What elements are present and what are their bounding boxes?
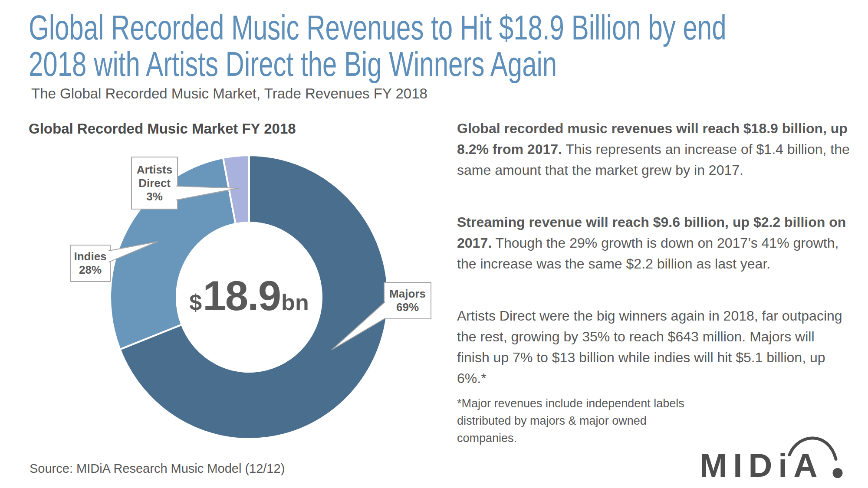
commentary-column: Global recorded music revenues will reac… [457, 118, 850, 447]
donut-slice-artists-direct [223, 155, 249, 224]
callout-pointer-indies [109, 242, 158, 262]
paragraph-streaming-rest: Though the 29% growth is down on 2017’s … [457, 235, 838, 272]
center-unit: bn [281, 289, 309, 315]
page-subtitle: The Global Recorded Music Market, Trade … [31, 85, 427, 102]
footnote: *Major revenues include independent labe… [457, 395, 709, 447]
callout-artists-direct: Artists Direct 3% [132, 157, 178, 209]
callout-majors-pct: 69% [396, 301, 419, 314]
source-note: Source: MIDiA Research Music Model (12/1… [30, 462, 285, 476]
paragraph-artists-direct: Artists Direct were the big winners agai… [457, 305, 850, 389]
center-amount: 18.9 [203, 272, 280, 320]
callout-majors: Majors 69% [384, 282, 431, 319]
callout-indies-label: Indies [74, 250, 106, 263]
donut-center-value: $ 18.9 bn [189, 272, 309, 320]
callout-artists-direct-pct: 3% [146, 190, 163, 203]
callout-pointer-artists-direct [176, 186, 238, 200]
paragraph-artists-direct-rest: Artists Direct were the big winners agai… [457, 308, 842, 386]
paragraph-revenues: Global recorded music revenues will reac… [457, 118, 850, 180]
page-title-line-1: Global Recorded Music Revenues to Hit $1… [29, 10, 727, 46]
page-title: Global Recorded Music Revenues to Hit $1… [29, 10, 727, 83]
callout-majors-label: Majors [389, 287, 426, 301]
midia-logo: MIDiA [700, 436, 849, 483]
paragraph-streaming: Streaming revenue will reach $9.6 billio… [457, 212, 850, 274]
callout-artists-direct-label: Artists Direct [132, 163, 178, 190]
chart-title: Global Recorded Music Market FY 2018 [29, 121, 296, 137]
callout-indies-pct: 28% [79, 263, 102, 277]
midia-logo-text: MIDiA [700, 447, 823, 483]
page-title-line-2: 2018 with Artists Direct the Big Winners… [29, 46, 727, 82]
callout-indies: Indies 28% [70, 245, 110, 282]
midia-logo-dot [833, 468, 843, 478]
slide: Global Recorded Music Revenues to Hit $1… [0, 0, 868, 488]
center-currency: $ [189, 289, 202, 315]
callout-pointer-majors [332, 302, 385, 350]
